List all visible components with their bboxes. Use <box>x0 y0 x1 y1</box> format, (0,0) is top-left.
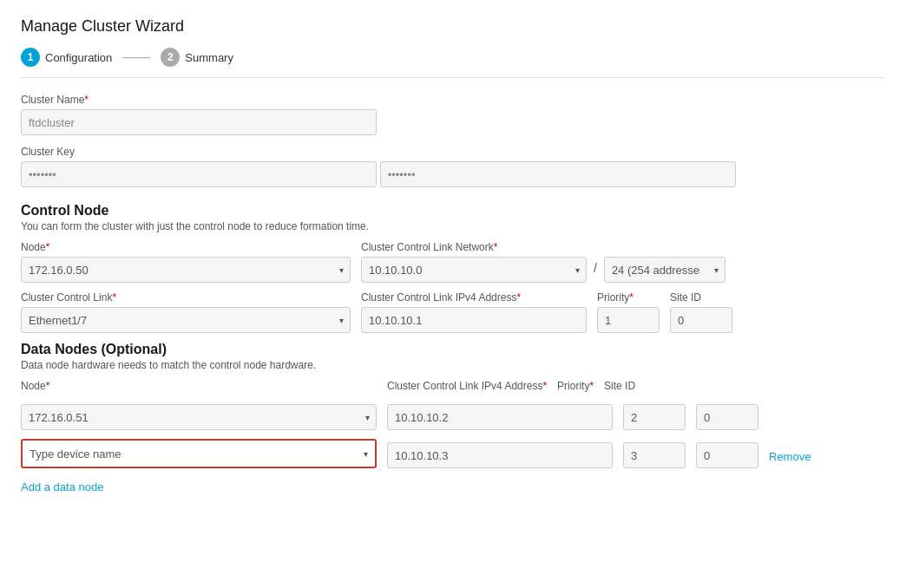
ccl-ipv4-field: Cluster Control Link IPv4 Address* <box>361 291 587 333</box>
data-node-node-label: Node* <box>21 380 377 392</box>
step-2-circle: 2 <box>161 48 180 67</box>
data-nodes-section: Data Nodes (Optional) Data node hardware… <box>21 342 885 493</box>
step-separator: —— <box>122 49 150 65</box>
control-node-select-wrapper: 172.16.0.50 ▾ <box>21 257 351 283</box>
step-1-label: Configuration <box>45 51 112 64</box>
priority-input[interactable] <box>597 307 660 333</box>
control-node-row-1: Node* 172.16.0.50 ▾ Cluster Control Link… <box>21 241 885 283</box>
ccl-network-label: Cluster Control Link Network* <box>361 241 725 253</box>
control-node-row-2: Cluster Control Link* Ethernet1/7 ▾ Clus… <box>21 291 885 333</box>
control-node-section: Control Node You can form the cluster wi… <box>21 203 885 333</box>
data-node-labels-row: Node* Cluster Control Link IPv4 Address*… <box>21 380 885 395</box>
add-data-node-link[interactable]: Add a data node <box>21 480 103 493</box>
cluster-name-group: Cluster Name* <box>21 94 885 135</box>
cluster-key-input-1[interactable] <box>21 161 377 187</box>
ccl-subnet-select-wrapper: 24 (254 addresses) ▾ <box>604 257 725 283</box>
data-nodes-desc: Data node hardware needs to match the co… <box>21 359 885 371</box>
cluster-key-label: Cluster Key <box>21 146 885 158</box>
data-node-1-site-id-input[interactable] <box>696 404 758 430</box>
ccl-link-select-wrapper: Ethernet1/7 ▾ <box>21 307 351 333</box>
remove-data-node-2-link[interactable]: Remove <box>769 450 811 468</box>
cluster-key-input-2[interactable] <box>380 161 736 187</box>
data-node-2-priority-input[interactable] <box>623 442 686 468</box>
data-node-ccl-ipv4-label: Cluster Control Link IPv4 Address* <box>387 380 547 392</box>
data-node-1-select-wrapper: 172.16.0.51 ▾ <box>21 404 377 430</box>
step-2-label: Summary <box>185 51 233 64</box>
ccl-network-select-wrapper: 10.10.10.0 ▾ <box>361 257 587 283</box>
ccl-link-field: Cluster Control Link* Ethernet1/7 ▾ <box>21 291 351 333</box>
priority-field: Priority* <box>597 291 660 333</box>
data-node-ccl-ipv4-label-group: Cluster Control Link IPv4 Address* <box>387 380 547 395</box>
data-nodes-heading: Data Nodes (Optional) <box>21 342 885 357</box>
cluster-key-group: Cluster Key <box>21 146 885 193</box>
control-node-node-label: Node* <box>21 241 351 253</box>
data-node-priority-label: Priority* <box>557 380 594 392</box>
ccl-network-field: Cluster Control Link Network* 10.10.10.0… <box>361 241 725 283</box>
wizard-title: Manage Cluster Wizard <box>21 17 885 36</box>
data-node-2-site-id-input[interactable] <box>696 442 758 468</box>
wizard-container: Manage Cluster Wizard 1 Configuration ——… <box>0 0 906 588</box>
control-node-select[interactable]: 172.16.0.50 <box>21 257 351 283</box>
ccl-link-select[interactable]: Ethernet1/7 <box>21 307 351 333</box>
data-node-site-id-label-group: Site ID <box>604 380 635 395</box>
data-node-2-row: Type device name ▾ Remove <box>21 439 885 468</box>
wizard-steps: 1 Configuration —— 2 Summary <box>21 48 885 78</box>
control-node-field: Node* 172.16.0.50 ▾ <box>21 241 351 283</box>
site-id-label: Site ID <box>670 291 732 304</box>
data-node-1-row: 172.16.0.51 ▾ <box>21 404 885 430</box>
site-id-field: Site ID <box>670 291 732 333</box>
data-node-2-ccl-ipv4-input[interactable] <box>387 442 613 468</box>
cluster-name-input[interactable] <box>21 109 377 135</box>
slash-divider: / <box>594 261 597 278</box>
priority-label: Priority* <box>597 291 660 304</box>
data-node-1-priority-input[interactable] <box>623 404 686 430</box>
step-1-circle: 1 <box>21 48 40 67</box>
ccl-network-select[interactable]: 10.10.10.0 <box>361 257 587 283</box>
step-1[interactable]: 1 Configuration <box>21 48 112 67</box>
data-node-2-select[interactable]: Type device name <box>23 441 375 467</box>
ccl-subnet-select[interactable]: 24 (254 addresses) <box>604 257 725 283</box>
data-node-1-ccl-ipv4-input[interactable] <box>387 404 613 430</box>
cluster-name-label: Cluster Name* <box>21 94 885 106</box>
site-id-input[interactable] <box>670 307 732 333</box>
ccl-ipv4-label: Cluster Control Link IPv4 Address* <box>361 291 587 304</box>
data-node-node-label-group: Node* <box>21 380 377 395</box>
control-node-heading: Control Node <box>21 203 885 219</box>
data-node-site-id-label: Site ID <box>604 380 635 392</box>
data-node-2-select-highlighted-wrapper: Type device name ▾ <box>21 439 377 468</box>
control-node-desc: You can form the cluster with just the c… <box>21 220 885 232</box>
data-node-1-select[interactable]: 172.16.0.51 <box>21 404 377 430</box>
ccl-link-label: Cluster Control Link* <box>21 291 351 304</box>
data-node-priority-label-group: Priority* <box>557 380 594 395</box>
ccl-ipv4-input[interactable] <box>361 307 587 333</box>
step-2[interactable]: 2 Summary <box>161 48 233 67</box>
